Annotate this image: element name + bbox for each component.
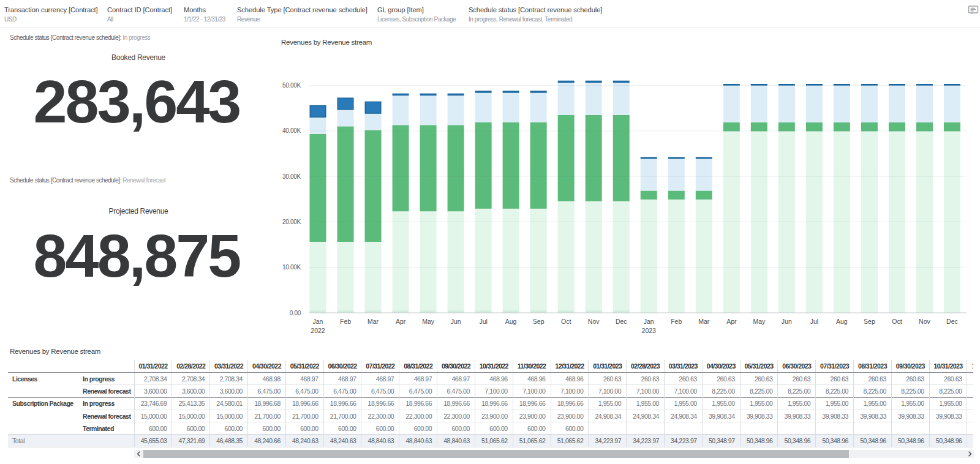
column-header[interactable]: 05/31/2022 (285, 360, 323, 373)
table-cell[interactable]: 15,000.00 (134, 410, 172, 422)
bar-segment[interactable] (751, 132, 767, 313)
table-horizontal-scrollbar[interactable] (134, 450, 974, 458)
bar-segment[interactable] (475, 209, 492, 310)
table-total-cell[interactable]: 50,348.96 (891, 435, 929, 447)
bar-segment[interactable] (503, 209, 519, 310)
table-cell[interactable]: 468.98 (248, 373, 286, 385)
table-cell[interactable]: 21,700.00 (248, 410, 286, 422)
table-cell[interactable]: 260.63 (854, 373, 892, 385)
table-cell[interactable]: 600.00 (248, 422, 286, 435)
table-cell[interactable]: 3,600.00 (210, 385, 248, 397)
bar-segment[interactable] (807, 84, 823, 85)
bar-segment[interactable] (475, 122, 492, 209)
table-cell[interactable] (891, 422, 929, 435)
table-cell[interactable]: 260.63 (967, 373, 973, 385)
filter-transaction-currency-contract[interactable]: Transaction currency [Contract]USD (4, 6, 98, 24)
table-cell[interactable]: 600.00 (285, 422, 323, 435)
table-cell[interactable]: 6,475.00 (323, 385, 361, 397)
table-cell[interactable]: 600.00 (210, 422, 248, 435)
bar-segment[interactable] (448, 95, 464, 125)
table-total-cell[interactable]: 50,348.97 (702, 435, 740, 447)
table-cell[interactable]: 468.97 (323, 373, 361, 385)
bar-segment[interactable] (586, 310, 602, 313)
bar-segment[interactable] (448, 310, 464, 313)
table-cell[interactable]: 7,100.00 (589, 385, 627, 397)
bar-segment[interactable] (530, 93, 547, 122)
bar-segment[interactable] (503, 91, 519, 92)
bar-segment[interactable] (503, 122, 519, 209)
column-header[interactable]: 06/30/2023 (778, 360, 816, 373)
bar-Oct-9[interactable] (558, 81, 575, 313)
bar-segment[interactable] (889, 85, 905, 122)
bar-segment[interactable] (724, 84, 740, 85)
bar-segment[interactable] (696, 158, 712, 159)
table-cell[interactable]: 8,225.00 (702, 385, 740, 397)
table-cell[interactable]: 25,413.35 (172, 397, 210, 410)
bar-segment[interactable] (917, 84, 933, 85)
table-cell[interactable]: 24,908.34 (627, 410, 665, 422)
bar-segment[interactable] (861, 132, 878, 313)
table-cell[interactable]: 18,996.66 (399, 397, 437, 410)
bar-Jun-5[interactable] (448, 94, 464, 313)
table-cell[interactable]: 1,955.00 (854, 397, 892, 410)
table-total-cell[interactable]: 34,223.97 (589, 435, 627, 447)
table-cell[interactable]: 39,908.33 (967, 410, 973, 422)
table-cell[interactable]: 23,900.00 (551, 410, 589, 422)
bar-segment[interactable] (365, 310, 382, 313)
bar-segment[interactable] (530, 91, 546, 92)
bar-segment[interactable] (751, 85, 767, 122)
column-header[interactable]: 07/31/2023 (816, 360, 854, 373)
table-cell[interactable]: 6,475.00 (399, 385, 437, 397)
table-cell[interactable]: 7,100.00 (551, 385, 589, 397)
table-total-cell[interactable]: 48,840.63 (361, 435, 399, 447)
table-cell[interactable]: 8,225.00 (967, 385, 973, 397)
table-cell[interactable]: 18,996.66 (285, 397, 323, 410)
column-header[interactable]: 08/31/2023 (854, 360, 892, 373)
bar-segment[interactable] (944, 122, 960, 132)
table-cell[interactable]: 7,100.00 (664, 385, 702, 397)
table-cell[interactable]: 24,908.34 (664, 410, 702, 422)
bar-segment[interactable] (752, 84, 767, 85)
table-cell[interactable]: 18,996.68 (248, 397, 286, 410)
bar-Dec-11[interactable] (613, 81, 630, 313)
bar-segment[interactable] (393, 125, 409, 211)
bar-Dec-23[interactable] (944, 84, 960, 313)
bar-segment[interactable] (365, 102, 381, 113)
table-cell[interactable]: 22,300.00 (399, 410, 437, 422)
table-cell[interactable]: 260.63 (929, 373, 967, 385)
bar-segment[interactable] (393, 212, 409, 310)
table-cell[interactable]: 468.97 (361, 373, 399, 385)
table-cell[interactable]: 468.96 (475, 373, 513, 385)
bar-segment[interactable] (586, 202, 602, 310)
bar-segment[interactable] (365, 114, 382, 130)
table-total-cell[interactable]: 50,348.96 (778, 435, 816, 447)
table-cell[interactable]: 600.00 (134, 422, 172, 435)
table-cell[interactable]: 18,996.66 (551, 397, 589, 410)
table-total-cell[interactable]: 51,065.62 (513, 435, 551, 447)
table-cell[interactable]: 24,580.01 (210, 397, 248, 410)
bar-Nov-10[interactable] (586, 81, 602, 313)
stacked-bar-chart[interactable]: 0.0010.00K20.00K30.00K40.00K50.00KJanFeb… (276, 28, 980, 342)
column-header[interactable]: 09/30/2022 (437, 360, 475, 373)
table-cell[interactable] (967, 422, 973, 435)
bar-segment[interactable] (558, 83, 575, 115)
table-cell[interactable]: 7,100.00 (475, 385, 513, 397)
table-cell[interactable]: 39,908.33 (816, 410, 854, 422)
bar-segment[interactable] (310, 134, 326, 242)
table-cell[interactable]: 6,475.00 (248, 385, 286, 397)
bar-segment[interactable] (420, 310, 437, 313)
table-cell[interactable]: 468.96 (551, 373, 589, 385)
bar-segment[interactable] (393, 310, 409, 313)
table-cell[interactable]: 600.00 (399, 422, 437, 435)
bar-Oct-21[interactable] (889, 84, 905, 313)
bar-segment[interactable] (337, 126, 354, 242)
table-cell[interactable] (854, 422, 892, 435)
table-cell[interactable]: 15,000.00 (172, 410, 210, 422)
table-total-cell[interactable]: 50,348.96 (816, 435, 854, 447)
bar-segment[interactable] (723, 132, 740, 313)
table-total-cell[interactable]: 34,223.97 (627, 435, 665, 447)
table-total-cell[interactable]: 45,655.03 (134, 435, 172, 447)
bar-segment[interactable] (558, 202, 575, 310)
table-cell[interactable]: 600.00 (172, 422, 210, 435)
bar-segment[interactable] (696, 200, 712, 313)
